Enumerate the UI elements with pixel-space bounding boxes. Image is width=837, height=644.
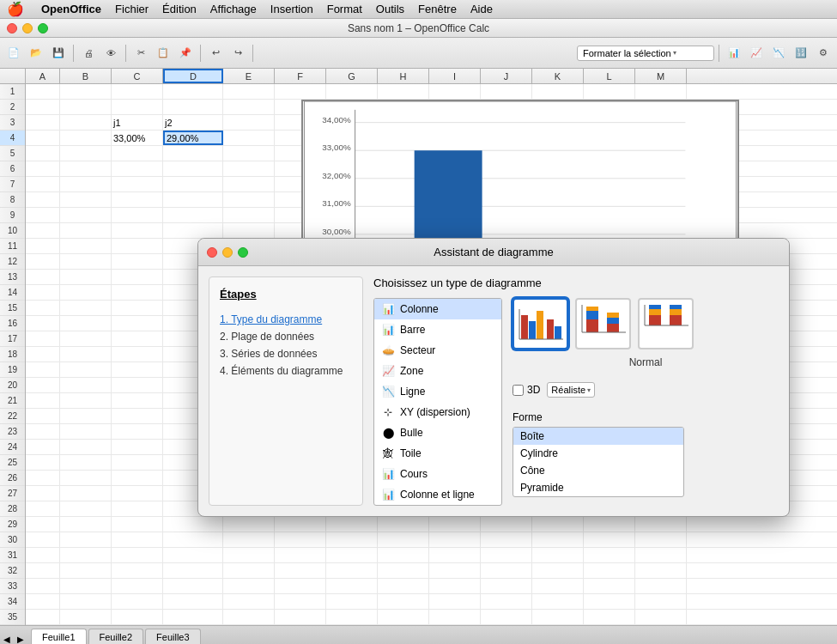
grid-cell[interactable]	[378, 563, 429, 578]
menubar-aide[interactable]: Aide	[464, 1, 500, 17]
grid-cell[interactable]	[26, 362, 60, 377]
menubar-affichage[interactable]: Affichage	[203, 1, 264, 17]
tab-nav-right[interactable]: ▶	[17, 635, 31, 644]
grid-cell[interactable]	[635, 517, 687, 532]
grid-cell[interactable]	[429, 610, 481, 624]
tab-feuille2[interactable]: Feuille2	[88, 629, 144, 644]
grid-cell[interactable]	[60, 84, 112, 99]
grid-cell[interactable]	[163, 161, 223, 176]
grid-cell[interactable]	[26, 115, 60, 130]
grid-cell[interactable]	[223, 579, 275, 593]
dialog-maximize-button[interactable]	[238, 247, 248, 258]
grid-cell[interactable]	[532, 579, 584, 593]
grid-cell[interactable]	[112, 316, 163, 331]
grid-cell[interactable]	[163, 548, 223, 562]
grid-cell[interactable]	[275, 610, 326, 624]
grid-cell[interactable]	[481, 532, 532, 547]
grid-cell[interactable]	[112, 424, 163, 439]
grid-cell[interactable]	[60, 579, 112, 593]
grid-cell[interactable]	[223, 610, 275, 624]
grid-cell[interactable]	[26, 409, 60, 423]
col-header-J[interactable]: J	[481, 69, 532, 83]
grid-cell[interactable]	[60, 610, 112, 624]
col-header-B[interactable]: B	[60, 69, 112, 83]
col-header-A[interactable]: A	[26, 69, 60, 83]
grid-cell[interactable]	[584, 610, 635, 624]
grid-cell[interactable]	[60, 146, 112, 161]
grid-cell[interactable]	[223, 594, 275, 609]
shape-cone[interactable]: Cône	[513, 462, 683, 479]
chart-type-colonne[interactable]: 📊 Colonne	[374, 299, 501, 319]
grid-cell[interactable]	[112, 301, 163, 315]
variant-2-thumb[interactable]	[575, 298, 631, 349]
grid-cell[interactable]	[429, 548, 481, 562]
grid-cell[interactable]	[326, 563, 378, 578]
grid-cell[interactable]	[429, 563, 481, 578]
print-button[interactable]: 🖨	[78, 43, 99, 64]
grid-cell[interactable]	[532, 563, 584, 578]
print-preview-button[interactable]: 👁	[100, 43, 121, 64]
grid-cell[interactable]	[26, 501, 60, 516]
grid-cell[interactable]	[112, 146, 163, 161]
grid-cell[interactable]	[223, 84, 275, 99]
grid-cell[interactable]	[26, 177, 60, 191]
grid-cell[interactable]	[223, 563, 275, 578]
grid-cell[interactable]: j1	[112, 115, 163, 130]
grid-cell[interactable]	[584, 548, 635, 562]
grid-cell[interactable]	[429, 594, 481, 609]
grid-cell[interactable]	[326, 579, 378, 593]
grid-cell[interactable]	[584, 532, 635, 547]
grid-cell[interactable]	[481, 517, 532, 532]
grid-cell[interactable]	[26, 594, 60, 609]
chart-type-xy[interactable]: ⊹ XY (dispersion)	[374, 402, 501, 422]
grid-cell[interactable]	[26, 548, 60, 562]
chart-button[interactable]: 📊	[724, 43, 744, 64]
redo-button[interactable]: ↪	[227, 43, 248, 64]
grid-cell[interactable]	[60, 131, 112, 145]
col-header-M[interactable]: M	[635, 69, 687, 83]
grid-cell[interactable]	[481, 594, 532, 609]
grid-cell[interactable]	[429, 517, 481, 532]
grid-cell[interactable]	[163, 208, 223, 222]
grid-cell[interactable]	[275, 594, 326, 609]
grid-cell[interactable]	[60, 393, 112, 408]
grid-cell[interactable]	[635, 84, 687, 99]
col-header-I[interactable]: I	[429, 69, 481, 83]
cut-button[interactable]: ✂	[130, 43, 151, 64]
grid-cell[interactable]	[163, 563, 223, 578]
grid-cell[interactable]	[26, 301, 60, 315]
grid-cell[interactable]	[223, 192, 275, 207]
chart-type-colonne-ligne[interactable]: 📊 Colonne et ligne	[374, 484, 501, 505]
3d-checkbox[interactable]	[513, 385, 524, 396]
maximize-button[interactable]	[38, 23, 48, 33]
grid-cell[interactable]	[112, 471, 163, 485]
grid-cell[interactable]	[60, 208, 112, 222]
grid-cell[interactable]	[112, 347, 163, 361]
grid-cell[interactable]	[26, 131, 60, 145]
grid-cell[interactable]	[112, 192, 163, 207]
grid-cell[interactable]	[163, 84, 223, 99]
menubar-outils[interactable]: Outils	[369, 1, 411, 17]
shape-boite[interactable]: Boîte	[513, 428, 683, 445]
grid-cell[interactable]	[60, 594, 112, 609]
grid-cell[interactable]	[481, 579, 532, 593]
grid-cell[interactable]	[112, 563, 163, 578]
grid-cell[interactable]	[60, 239, 112, 253]
step-1[interactable]: 1. Type du diagramme	[220, 311, 352, 328]
col-header-E[interactable]: E	[223, 69, 275, 83]
grid-cell[interactable]: 33,00%	[112, 131, 163, 145]
grid-cell[interactable]	[532, 594, 584, 609]
grid-cell[interactable]	[429, 579, 481, 593]
grid-cell[interactable]	[60, 409, 112, 423]
col-header-K[interactable]: K	[532, 69, 584, 83]
grid-cell[interactable]	[26, 455, 60, 470]
col-header-C[interactable]: C	[112, 69, 163, 83]
grid-cell[interactable]	[60, 362, 112, 377]
grid-cell[interactable]	[60, 517, 112, 532]
grid-cell[interactable]	[112, 223, 163, 238]
3d-checkbox-label[interactable]: 3D	[513, 384, 540, 396]
grid-cell[interactable]	[26, 378, 60, 392]
menubar-fichier[interactable]: Fichier	[108, 1, 155, 17]
settings-button[interactable]: ⚙	[813, 43, 834, 64]
step-2[interactable]: 2. Plage de données	[220, 328, 352, 345]
